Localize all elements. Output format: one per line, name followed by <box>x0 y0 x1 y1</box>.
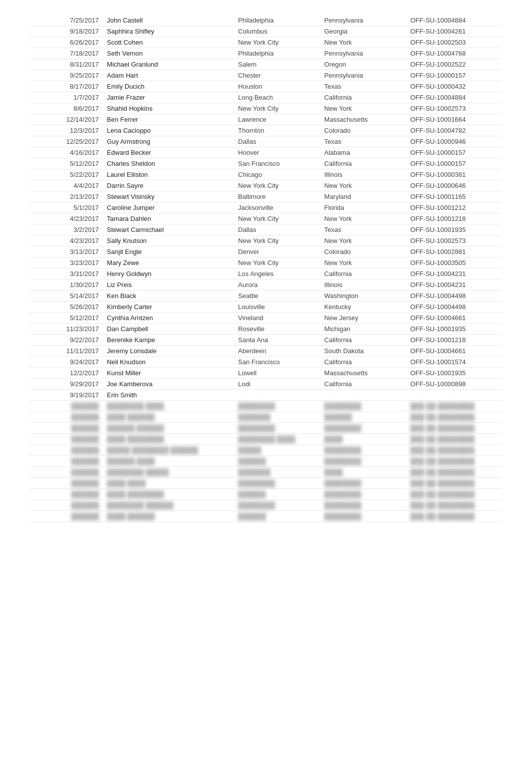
cell-code: OFF-SU-10000432 <box>406 81 502 92</box>
cell-code: ███-██-████████ <box>406 412 502 423</box>
cell-city: ███████ <box>234 412 320 423</box>
cell-name: Dan Campbell <box>103 324 234 335</box>
cell-name: Berenike Kampe <box>103 335 234 346</box>
cell-name: Jamie Frazer <box>103 92 234 103</box>
cell-name: █████ ████████ ██████ <box>103 445 234 456</box>
cell-date: 3/23/2017 <box>30 257 103 269</box>
cell-date: ██████ <box>30 412 103 423</box>
cell-name: Sanjit Engle <box>103 246 234 257</box>
cell-code: ███-██-████████ <box>406 423 502 434</box>
cell-date: 9/29/2017 <box>30 379 103 390</box>
cell-code: OFF-SU-10001935 <box>406 224 502 235</box>
cell-city: New York City <box>234 235 320 246</box>
cell-date: ██████ <box>30 445 103 456</box>
cell-state: Texas <box>320 224 406 235</box>
table-row: 8/6/2017 Shahid Hopkins New York City Ne… <box>30 103 502 114</box>
table-row-blurred: ██████ ████████ █████ ███████ ████ ███-█… <box>30 467 502 478</box>
cell-code: OFF-SU-10004661 <box>406 346 502 357</box>
table-row: 1/30/2017 Liz Preis Aurora Illinois OFF-… <box>30 280 502 291</box>
table-row-blurred: ██████ ██████ ████ ██████ ████████ ███-█… <box>30 456 502 467</box>
cell-state: Florida <box>320 202 406 213</box>
cell-name: Cynthia Arntzen <box>103 313 234 324</box>
cell-date: 3/2/2017 <box>30 224 103 235</box>
cell-state: California <box>320 357 406 368</box>
cell-name: Michael Granlund <box>103 59 234 70</box>
cell-name: Kimberly Carter <box>103 302 234 313</box>
cell-date: 4/16/2017 <box>30 147 103 158</box>
cell-name: Scott Cohen <box>103 37 234 48</box>
cell-date: 5/14/2017 <box>30 291 103 302</box>
table-row: 3/2/2017 Stewart Carmichael Dallas Texas… <box>30 224 502 235</box>
table-row: 1/7/2017 Jamie Frazer Long Beach Califor… <box>30 92 502 103</box>
cell-date: ██████ <box>30 511 103 522</box>
cell-city: New York City <box>234 213 320 224</box>
cell-city: Houston <box>234 81 320 92</box>
table-row: 7/25/2017 John Castell Philadelphia Penn… <box>30 15 502 26</box>
cell-code: ███-██-████████ <box>406 434 502 445</box>
cell-code: ███-██-████████ <box>406 445 502 456</box>
cell-state: ████████ <box>320 401 406 412</box>
cell-code: OFF-SU-10004661 <box>406 313 502 324</box>
cell-date: 7/18/2017 <box>30 48 103 59</box>
cell-state: California <box>320 92 406 103</box>
cell-city: Seattle <box>234 291 320 302</box>
cell-state: Illinois <box>320 280 406 291</box>
cell-date: 4/23/2017 <box>30 213 103 224</box>
table-row: 5/22/2017 Laurel Elliston Chicago Illino… <box>30 169 502 180</box>
cell-date: ██████ <box>30 489 103 500</box>
cell-code: OFF-SU-10001935 <box>406 324 502 335</box>
cell-city: ████████ <box>234 500 320 511</box>
cell-code: OFF-SU-10002573 <box>406 235 502 246</box>
cell-name: ████ ████████ <box>103 434 234 445</box>
cell-city: Los Angeles <box>234 269 320 280</box>
cell-state: Pennsylvania <box>320 48 406 59</box>
cell-state: Michigan <box>320 324 406 335</box>
cell-state: Pennsylvania <box>320 15 406 26</box>
cell-state: Oregon <box>320 59 406 70</box>
cell-code: OFF-SU-10000646 <box>406 180 502 191</box>
cell-date: 3/13/2017 <box>30 246 103 257</box>
cell-name: Kunst Miller <box>103 368 234 379</box>
table-row: 12/2/2017 Kunst Miller Lowell Massachuse… <box>30 368 502 379</box>
cell-state: ████ <box>320 467 406 478</box>
cell-date: 3/31/2017 <box>30 269 103 280</box>
cell-state: ██████ <box>320 412 406 423</box>
cell-code: OFF-SU-10001935 <box>406 368 502 379</box>
cell-city: Santa Ana <box>234 335 320 346</box>
cell-state: ████████ <box>320 489 406 500</box>
table-row: 12/25/2017 Guy Armstrong Dallas Texas OF… <box>30 136 502 147</box>
cell-date: 1/30/2017 <box>30 280 103 291</box>
cell-name: Edward Becker <box>103 147 234 158</box>
cell-date: ██████ <box>30 478 103 489</box>
table-row-blurred: ██████ ████ ████████ ██████ ████████ ███… <box>30 489 502 500</box>
table-row: 11/11/2017 Jeremy Lonsdale Aberdeen Sout… <box>30 346 502 357</box>
cell-city: Aurora <box>234 280 320 291</box>
cell-name: Caroline Jumper <box>103 202 234 213</box>
cell-name: John Castell <box>103 15 234 26</box>
cell-state: South Dakota <box>320 346 406 357</box>
cell-state: New Jersey <box>320 313 406 324</box>
cell-name: Adam Hart <box>103 70 234 81</box>
cell-city: █████ <box>234 445 320 456</box>
table-row: 9/19/2017 Erin Smith <box>30 390 502 401</box>
table-row: 4/4/2017 Darrin Sayre New York City New … <box>30 180 502 191</box>
cell-state: California <box>320 335 406 346</box>
cell-code: OFF-SU-10000946 <box>406 136 502 147</box>
cell-code: OFF-SU-10001664 <box>406 114 502 125</box>
cell-name: Henry Goldwyn <box>103 269 234 280</box>
cell-date: 5/26/2017 <box>30 302 103 313</box>
cell-city: Lawrence <box>234 114 320 125</box>
cell-city: Vineland <box>234 313 320 324</box>
cell-date: 1/7/2017 <box>30 92 103 103</box>
cell-code: OFF-SU-10004231 <box>406 280 502 291</box>
cell-date: ██████ <box>30 401 103 412</box>
cell-date: 5/1/2017 <box>30 202 103 213</box>
cell-state: Massachusetts <box>320 114 406 125</box>
cell-name: ████ ██████ <box>103 412 234 423</box>
cell-date: 9/19/2017 <box>30 390 103 401</box>
cell-name: Neil Knudson <box>103 357 234 368</box>
cell-date: 8/6/2017 <box>30 103 103 114</box>
cell-city: ██████ <box>234 511 320 522</box>
cell-city: ███████ <box>234 467 320 478</box>
cell-city: ████████ <box>234 401 320 412</box>
